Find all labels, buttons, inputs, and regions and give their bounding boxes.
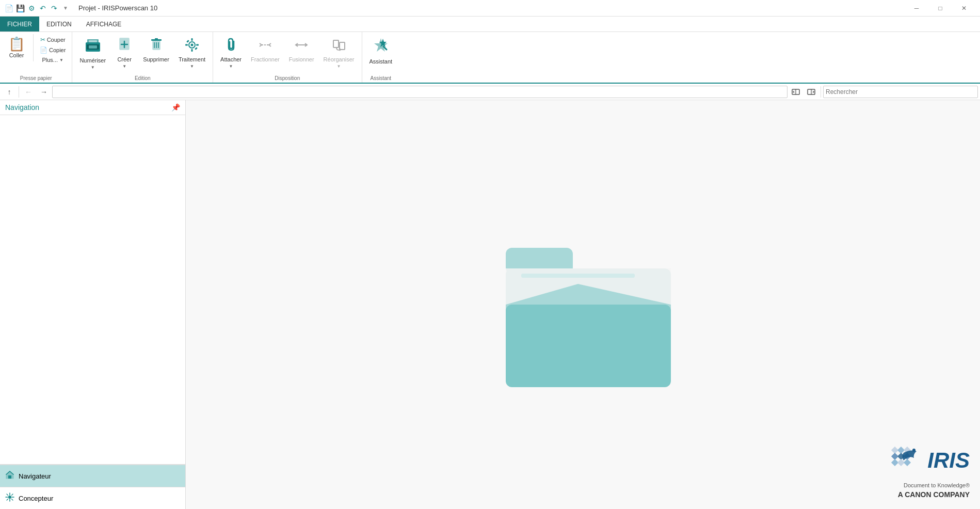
- iris-letters: IRIS: [927, 450, 970, 471]
- navigation-path-input[interactable]: [52, 86, 788, 98]
- assistant-icon: [372, 37, 390, 57]
- app-icon-dropdown[interactable]: ▼: [61, 4, 70, 13]
- svg-rect-51: [904, 459, 911, 466]
- nav-forward-button[interactable]: →: [37, 85, 51, 99]
- fractionner-label: Fractionner: [251, 56, 280, 62]
- nav-go-left-button[interactable]: [789, 85, 803, 99]
- plus-button[interactable]: Plus... ▼: [37, 56, 69, 64]
- assistant-label: Assistant: [369, 58, 393, 65]
- ribbon-group-presse-papier: 📋 Coller ✂ Couper 📄 Copier: [0, 32, 72, 83]
- numeriser-label: Numériser: [79, 57, 106, 63]
- nav-go-right-button[interactable]: [804, 85, 818, 99]
- separator-1: [19, 86, 19, 98]
- title-bar-icons: 📄 💾 ⚙ ↶ ↷ ▼: [4, 4, 70, 13]
- attacher-dropdown-icon: ▼: [229, 64, 233, 69]
- app-icon-settings: ⚙: [27, 4, 36, 13]
- supprimer-icon: [149, 37, 164, 55]
- menu-affichage[interactable]: AFFICHAGE: [79, 17, 129, 31]
- iris-logo: IRIS Document to Knowledge® A CANON COMP…: [888, 440, 970, 499]
- app-icon-redo: ↷: [50, 4, 59, 13]
- numeriser-button[interactable]: Numériser ▼: [75, 34, 110, 73]
- menu-edition[interactable]: EDITION: [39, 17, 79, 31]
- copy-icon: 📄: [40, 46, 47, 54]
- reorganiser-button[interactable]: Réorganiser ▼: [319, 34, 359, 72]
- reorganiser-label: Réorganiser: [324, 56, 355, 62]
- copier-label: Copier: [49, 47, 66, 53]
- ribbon-group-disposition: Attacher ▼ Fractionner: [213, 32, 362, 83]
- nav-title: Navigation: [5, 103, 39, 112]
- svg-rect-10: [155, 38, 158, 40]
- numeriser-icon: [85, 37, 101, 56]
- app-icon-scan: 📄: [4, 4, 13, 13]
- paste-left: 📋 Coller: [3, 34, 34, 61]
- svg-point-36: [8, 496, 11, 499]
- ribbon-group-content-presse: 📋 Coller ✂ Couper 📄 Copier: [3, 34, 69, 74]
- fusionner-button[interactable]: Fusionner: [285, 34, 318, 66]
- numeriser-dropdown-icon: ▼: [91, 65, 95, 70]
- nav-tab-concepteur[interactable]: Concepteur: [0, 487, 185, 509]
- coller-button[interactable]: 📋 Coller: [3, 34, 30, 61]
- fractionner-button[interactable]: Fractionner: [247, 34, 284, 66]
- svg-rect-19: [196, 44, 199, 46]
- nav-tree[interactable]: [0, 115, 185, 464]
- iris-canon-label: A CANON COMPANY: [898, 490, 970, 499]
- couper-button[interactable]: ✂ Couper: [37, 35, 69, 44]
- minimize-button[interactable]: ─: [905, 0, 928, 17]
- svg-rect-39: [506, 305, 671, 387]
- nav-tabs: Navigateur Concepteur: [0, 464, 185, 509]
- fractionner-icon: [258, 37, 273, 55]
- nav-header: Navigation 📌: [0, 100, 185, 115]
- supprimer-label: Supprimer: [143, 56, 169, 62]
- menu-fichier[interactable]: FICHIER: [0, 17, 39, 31]
- creer-label: Créer: [117, 56, 132, 62]
- svg-rect-25: [340, 42, 345, 50]
- toolbar: ↑ ← →: [0, 84, 980, 100]
- maximize-button[interactable]: □: [928, 0, 952, 17]
- folder-illustration: [475, 217, 692, 392]
- reorganiser-icon: [331, 37, 347, 55]
- ribbon-assistant-content: Assistant: [365, 34, 397, 74]
- traitement-dropdown-icon: ▼: [190, 64, 194, 69]
- creer-dropdown-icon: ▼: [122, 64, 126, 69]
- svg-rect-20: [186, 40, 189, 43]
- iris-logo-image: IRIS: [888, 440, 970, 481]
- app-icon-undo: ↶: [38, 4, 47, 13]
- ribbon-group-assistant: Assistant Assistant: [362, 32, 400, 83]
- svg-point-15: [190, 44, 193, 46]
- svg-point-52: [912, 449, 915, 452]
- ribbon-edition-content: Numériser ▼ Créer ▼: [75, 34, 210, 74]
- svg-rect-24: [333, 40, 339, 47]
- paste-right: ✂ Couper 📄 Copier Plus... ▼: [37, 34, 69, 64]
- window-controls[interactable]: ─ □ ✕: [905, 0, 976, 17]
- svg-rect-17: [191, 49, 192, 52]
- nav-up-button[interactable]: ↑: [2, 85, 17, 99]
- search-input[interactable]: [823, 86, 978, 98]
- concepteur-label: Concepteur: [19, 495, 53, 502]
- iris-tagline: Document to Knowledge®: [904, 482, 970, 488]
- svg-rect-2: [89, 40, 97, 42]
- left-panel: Navigation 📌 Navigateur: [0, 100, 186, 509]
- supprimer-button[interactable]: Supprimer: [139, 34, 173, 66]
- presse-papier-label: Presse papier: [3, 74, 69, 83]
- traitement-button[interactable]: Traitement ▼: [174, 34, 210, 72]
- assistant-button[interactable]: Assistant: [365, 34, 397, 68]
- copier-button[interactable]: 📄 Copier: [37, 45, 69, 55]
- nav-back-button[interactable]: ←: [21, 85, 36, 99]
- nav-tab-navigateur[interactable]: Navigateur: [0, 465, 185, 487]
- ribbon: 📋 Coller ✂ Couper 📄 Copier: [0, 32, 980, 84]
- reorganiser-dropdown-icon: ▼: [337, 64, 341, 69]
- svg-rect-4: [89, 45, 97, 49]
- attacher-button[interactable]: Attacher ▼: [216, 34, 246, 72]
- creer-button[interactable]: Créer ▼: [111, 34, 138, 72]
- navigateur-label: Navigateur: [19, 472, 51, 480]
- pin-icon[interactable]: 📌: [171, 103, 180, 112]
- attacher-icon: [223, 37, 239, 55]
- traitement-icon: [184, 37, 200, 55]
- cut-icon: ✂: [40, 36, 45, 43]
- main-area: Navigation 📌 Navigateur: [0, 100, 980, 509]
- paste-icon: 📋: [8, 37, 25, 51]
- couper-label: Couper: [47, 37, 66, 43]
- close-button[interactable]: ✕: [952, 0, 976, 17]
- app-icon-save: 💾: [15, 4, 25, 13]
- ribbon-group-edition: Numériser ▼ Créer ▼: [72, 32, 213, 83]
